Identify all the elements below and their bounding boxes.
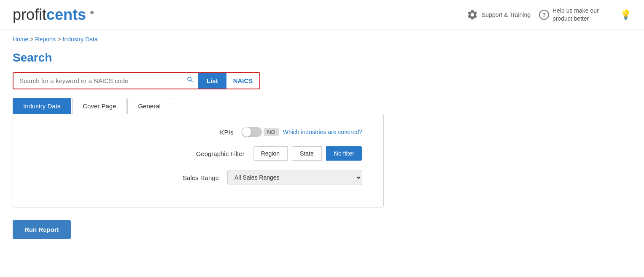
breadcrumb-industry-data[interactable]: Industry Data bbox=[62, 36, 97, 43]
list-button[interactable]: List bbox=[198, 73, 226, 89]
sales-range-select[interactable]: All Sales Ranges Under $1 Million $1 Mil… bbox=[227, 170, 362, 185]
breadcrumb: Home > Reports > Industry Data bbox=[0, 30, 644, 45]
support-training-item[interactable]: Support & Training bbox=[466, 9, 531, 21]
search-area: List NAICS bbox=[13, 72, 260, 89]
geo-state-button[interactable]: State bbox=[292, 146, 322, 161]
support-training-label: Support & Training bbox=[482, 11, 531, 18]
logo-cents: cents bbox=[46, 6, 86, 23]
kpis-toggle[interactable]: NO bbox=[242, 127, 279, 137]
geo-filter-controls: Region State No filter bbox=[253, 146, 362, 161]
run-report-button[interactable]: Run Report bbox=[13, 220, 71, 239]
page-title: Search bbox=[13, 51, 631, 65]
breadcrumb-reports[interactable]: Reports bbox=[35, 36, 56, 43]
header: profitcents ® Support & Training ? Help … bbox=[0, 0, 644, 30]
toggle-off-label: NO bbox=[264, 128, 279, 136]
gear-icon bbox=[466, 9, 478, 21]
breadcrumb-sep1: > bbox=[30, 36, 35, 43]
breadcrumb-sep2: > bbox=[57, 36, 62, 43]
header-right: Support & Training ? Help us make our pr… bbox=[466, 7, 631, 22]
naics-button[interactable]: NAICS bbox=[226, 73, 260, 89]
geo-no-filter-button[interactable]: No filter bbox=[326, 146, 362, 161]
help-us-item[interactable]: ? Help us make our product better bbox=[539, 7, 612, 22]
logo[interactable]: profitcents ® bbox=[13, 6, 94, 24]
kpis-row: KPIs NO Which industries are covered? bbox=[13, 127, 371, 137]
geo-filter-row: Geographic Filter Region State No filter bbox=[13, 146, 371, 161]
bulb-icon: 💡 bbox=[620, 9, 631, 20]
bulb-item[interactable]: 💡 bbox=[620, 9, 631, 20]
sales-range-row: Sales Range All Sales Ranges Under $1 Mi… bbox=[13, 170, 371, 185]
help-us-label: Help us make our product better bbox=[552, 7, 612, 22]
toggle-track[interactable] bbox=[242, 127, 262, 137]
breadcrumb-home[interactable]: Home bbox=[13, 36, 28, 43]
kpis-label: KPIs bbox=[149, 129, 233, 136]
tab-general[interactable]: General bbox=[127, 98, 171, 114]
sales-range-controls: All Sales Ranges Under $1 Million $1 Mil… bbox=[227, 170, 362, 185]
tabs-container: Industry Data Cover Page General bbox=[13, 98, 631, 114]
tab-industry-data[interactable]: Industry Data bbox=[13, 98, 71, 114]
which-industries-link[interactable]: Which industries are covered? bbox=[283, 129, 362, 135]
search-icon bbox=[186, 76, 194, 83]
tab-cover-page[interactable]: Cover Page bbox=[72, 98, 127, 114]
geo-region-button[interactable]: Region bbox=[253, 146, 288, 161]
tab-content-industry-data: KPIs NO Which industries are covered? Ge… bbox=[13, 114, 384, 207]
search-input[interactable] bbox=[13, 73, 182, 89]
sales-range-label: Sales Range bbox=[135, 174, 219, 181]
logo-profit: profit bbox=[13, 6, 46, 23]
search-icon-button[interactable] bbox=[182, 76, 198, 86]
kpis-controls: NO Which industries are covered? bbox=[242, 127, 362, 137]
geo-filter-label: Geographic Filter bbox=[160, 150, 245, 157]
main-content: Search List NAICS Industry Data Cover Pa… bbox=[0, 45, 644, 245]
toggle-knob bbox=[242, 127, 251, 137]
question-icon: ? bbox=[539, 10, 549, 20]
